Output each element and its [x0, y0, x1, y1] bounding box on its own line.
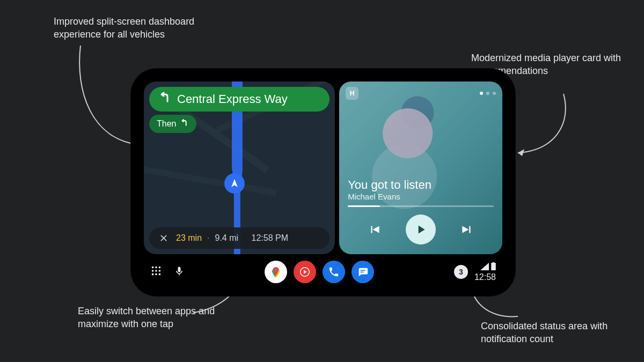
notification-count-badge[interactable]: 3 [454, 265, 468, 279]
next-track-button[interactable] [456, 219, 478, 240]
annotation-top-left: Improved split-screen dashboard experien… [54, 15, 220, 41]
status-area[interactable]: 12:58 [474, 262, 496, 282]
trip-arrival: 12:58 PM [252, 233, 288, 243]
svg-point-8 [159, 274, 161, 276]
app-phone-icon[interactable] [323, 261, 345, 283]
svg-point-1 [155, 267, 157, 269]
annotation-bottom-left: Easily switch between apps and maximize … [78, 305, 244, 331]
trip-eta: 23 min [176, 233, 202, 243]
svg-rect-14 [360, 272, 363, 272]
then-label: Then [157, 119, 176, 129]
svg-rect-13 [360, 270, 365, 270]
battery-icon [491, 262, 496, 272]
device-frame: Central Express Way Then 23 min · 9.4 mi… [138, 76, 508, 289]
annotation-bottom-right: Consolidated status area with notificati… [481, 320, 644, 346]
turn-left-icon [159, 91, 172, 107]
app-messages-icon[interactable] [352, 261, 374, 283]
page-dot [486, 92, 489, 95]
trip-distance: 9.4 mi [215, 233, 238, 243]
media-controls [348, 215, 494, 245]
close-icon[interactable] [157, 231, 171, 245]
song-artist: Michael Evans [348, 192, 494, 201]
app-maps-icon[interactable] [265, 261, 287, 283]
svg-point-7 [155, 274, 157, 276]
media-app-badge[interactable]: H [346, 87, 358, 100]
media-card[interactable]: H You got to listen Michael Evans [339, 82, 502, 254]
separator-space [244, 233, 246, 243]
previous-track-button[interactable] [364, 219, 385, 240]
next-turn-label: Central Express Way [177, 92, 288, 106]
svg-point-3 [152, 270, 154, 272]
svg-rect-9 [179, 274, 180, 275]
page-dot [493, 92, 496, 95]
clock: 12:58 [474, 273, 496, 282]
song-title: You got to listen [348, 178, 494, 192]
svg-point-6 [152, 274, 154, 276]
cell-signal-icon [480, 263, 489, 272]
navigation-card[interactable]: Central Express Way Then 23 min · 9.4 mi… [144, 82, 335, 254]
svg-point-0 [152, 267, 154, 269]
app-launcher-icon[interactable] [150, 265, 162, 279]
svg-point-11 [275, 269, 277, 271]
separator-dot: · [207, 233, 209, 243]
svg-rect-16 [493, 262, 494, 263]
page-indicator[interactable] [480, 92, 496, 95]
page-dot [480, 92, 483, 95]
trip-summary-bar[interactable]: 23 min · 9.4 mi 12:58 PM [149, 227, 330, 249]
svg-rect-15 [491, 263, 496, 270]
next-turn-banner[interactable]: Central Express Way [149, 87, 330, 112]
app-youtube-music-icon[interactable] [294, 261, 316, 283]
svg-point-2 [159, 267, 161, 269]
then-turn-banner[interactable]: Then [149, 115, 196, 133]
voice-assistant-icon[interactable] [174, 265, 185, 278]
play-button[interactable] [406, 215, 436, 245]
bottom-bar: 3 12:58 [138, 256, 508, 289]
current-heading-icon [224, 173, 245, 194]
map-road-decoration [144, 163, 277, 196]
svg-point-5 [159, 270, 161, 272]
callout-arrow-icon [513, 91, 593, 161]
svg-point-4 [155, 270, 157, 272]
playback-progress[interactable] [348, 205, 494, 207]
annotation-top-right: Modernized media player card with recomm… [471, 51, 638, 78]
turn-left-icon [180, 119, 189, 129]
